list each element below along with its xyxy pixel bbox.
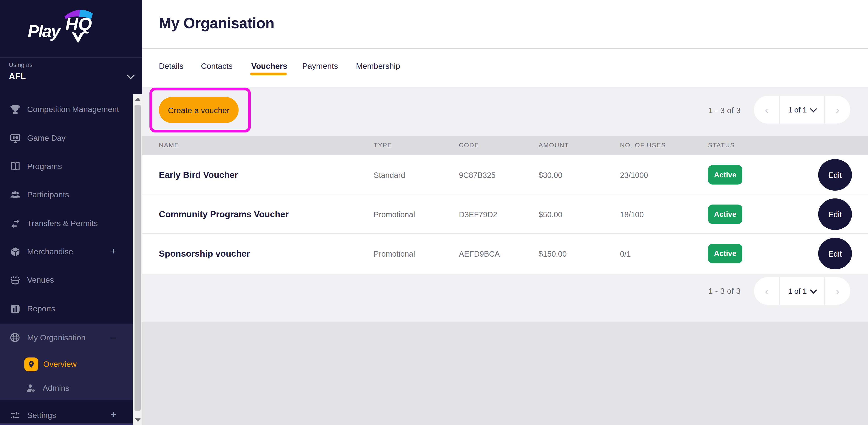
- sidebar-item-reports[interactable]: Reports: [0, 299, 133, 318]
- sidebar-item-label: Participants: [27, 190, 69, 199]
- tab-membership[interactable]: Membership: [356, 61, 400, 70]
- sidebar-item-label: Settings: [27, 411, 56, 420]
- sidebar-item-participants[interactable]: Participants: [0, 185, 133, 204]
- voucher-uses: 0/1: [620, 234, 631, 273]
- tab-payments[interactable]: Payments: [302, 61, 338, 70]
- table-row: Community Programs Voucher Promotional D…: [142, 195, 868, 234]
- voucher-type: Promotional: [374, 195, 415, 234]
- sidebar-item-label: Reports: [27, 304, 55, 313]
- sidebar-item-venues[interactable]: Venues: [0, 271, 133, 289]
- scroll-up-arrow-icon[interactable]: [135, 97, 141, 101]
- header-divider: [142, 48, 868, 49]
- table-header-row: NAME TYPE CODE AMOUNT NO. OF USES STATUS: [142, 136, 868, 155]
- column-header-code: CODE: [459, 136, 479, 155]
- expand-plus-icon[interactable]: +: [110, 246, 117, 257]
- sidebar-item-game-day[interactable]: Game Day: [0, 129, 133, 147]
- page-select-label: 1 of 1: [788, 287, 807, 295]
- sidebar-section-my-organisation: My Organisation – Overview: [0, 323, 142, 400]
- edit-button[interactable]: Edit: [818, 159, 852, 191]
- playhq-admin-screen: Play HQ Using as AFL: [0, 0, 868, 425]
- prev-page-icon[interactable]: ‹: [754, 96, 780, 123]
- table-row: Early Bird Voucher Standard 9C87B325 $30…: [142, 155, 868, 195]
- sidebar-item-label: Programs: [27, 162, 62, 171]
- chevron-down-icon[interactable]: [127, 72, 135, 79]
- voucher-type: Promotional: [374, 234, 415, 273]
- voucher-uses: 18/100: [620, 195, 644, 234]
- expand-plus-icon[interactable]: +: [110, 409, 117, 421]
- sidebar-bottom-strip: [0, 423, 142, 425]
- column-header-status: STATUS: [708, 136, 735, 155]
- sidebar-item-label: Transfers & Permits: [27, 219, 98, 228]
- stadium-icon: [9, 274, 21, 286]
- sidebar-divider: [0, 57, 142, 57]
- column-header-type: TYPE: [374, 136, 392, 155]
- open-book-icon: [9, 160, 21, 172]
- page-select-label: 1 of 1: [788, 106, 807, 114]
- sidebar-item-competition-management[interactable]: Competition Management: [0, 100, 133, 119]
- sidebar-item-label: Competition Management: [27, 105, 119, 114]
- using-as-label: Using as: [9, 61, 33, 68]
- voucher-amount: $150.00: [539, 234, 567, 273]
- sidebar-item-label: Merchandise: [27, 247, 73, 256]
- chevron-down-icon: [810, 105, 817, 112]
- playhq-logo-shield: HQ: [61, 9, 95, 47]
- voucher-type: Standard: [374, 155, 405, 195]
- sidebar-item-label: Admins: [43, 384, 69, 392]
- admin-person-icon: [24, 382, 37, 394]
- voucher-uses: 23/1000: [620, 155, 648, 195]
- page-title: My Organisation: [159, 15, 274, 32]
- page-select[interactable]: 1 of 1: [779, 96, 825, 123]
- tab-vouchers[interactable]: Vouchers: [251, 61, 287, 70]
- voucher-code: D3EF79D2: [459, 195, 497, 234]
- sidebar-item-transfers-permits[interactable]: Transfers & Permits: [0, 214, 133, 233]
- voucher-name: Sponsorship voucher: [159, 234, 250, 273]
- location-pin-icon: [24, 357, 38, 371]
- trophy-icon: [9, 103, 21, 115]
- sidebar-item-admins[interactable]: Admins: [0, 378, 133, 397]
- globe-icon: [9, 331, 21, 343]
- status-badge: Active: [708, 205, 742, 224]
- sidebar: Play HQ Using as AFL: [0, 0, 142, 425]
- sidebar-scrollbar[interactable]: [133, 94, 143, 425]
- sidebar-item-label: Overview: [43, 360, 76, 368]
- pagination-range-label: 1 - 3 of 3: [708, 106, 741, 115]
- voucher-code: AEFD9BCA: [459, 234, 500, 273]
- using-as-value[interactable]: AFL: [9, 72, 26, 82]
- playhq-logo-hq-text: HQ: [65, 14, 92, 34]
- voucher-amount: $50.00: [539, 195, 562, 234]
- main-content: My Organisation Details Contacts Voucher…: [142, 0, 868, 425]
- sidebar-item-settings[interactable]: Settings +: [0, 406, 133, 425]
- column-header-amount: AMOUNT: [539, 136, 569, 155]
- sidebar-item-overview[interactable]: Overview: [0, 355, 133, 373]
- create-voucher-button[interactable]: Create a voucher: [159, 97, 239, 123]
- people-icon: [9, 189, 21, 201]
- bar-chart-icon: [9, 303, 21, 315]
- voucher-code: 9C87B325: [459, 155, 495, 195]
- sidebar-item-my-organisation[interactable]: My Organisation –: [0, 328, 133, 347]
- sidebar-item-label: My Organisation: [27, 333, 86, 342]
- tab-contacts[interactable]: Contacts: [201, 61, 232, 70]
- empty-content-area: [142, 322, 868, 425]
- chevron-down-icon: [810, 286, 817, 293]
- edit-button[interactable]: Edit: [818, 238, 852, 270]
- sidebar-item-label: Venues: [27, 276, 54, 284]
- scroll-down-arrow-icon[interactable]: [135, 419, 141, 422]
- status-badge: Active: [708, 244, 742, 263]
- column-header-name: NAME: [159, 136, 179, 155]
- collapse-minus-icon[interactable]: –: [110, 332, 117, 343]
- pagination-control: ‹ 1 of 1 ›: [754, 96, 850, 123]
- edit-button[interactable]: Edit: [818, 198, 852, 230]
- sliders-icon: [9, 409, 21, 421]
- column-header-uses: NO. OF USES: [620, 136, 666, 155]
- playhq-logo-play-text: Play: [28, 22, 60, 41]
- sidebar-item-programs[interactable]: Programs: [0, 157, 133, 176]
- sidebar-item-merchandise[interactable]: Merchandise +: [0, 242, 133, 261]
- playhq-logo[interactable]: Play HQ: [28, 9, 95, 47]
- sidebar-item-label: Game Day: [27, 134, 66, 142]
- scrollbar-thumb[interactable]: [134, 105, 141, 411]
- pagination-range-label: 1 - 3 of 3: [708, 286, 741, 295]
- table-row: Sponsorship voucher Promotional AEFD9BCA…: [142, 234, 868, 273]
- tab-details[interactable]: Details: [159, 61, 184, 70]
- prev-page-icon[interactable]: ‹: [754, 277, 780, 305]
- page-select[interactable]: 1 of 1: [779, 277, 825, 305]
